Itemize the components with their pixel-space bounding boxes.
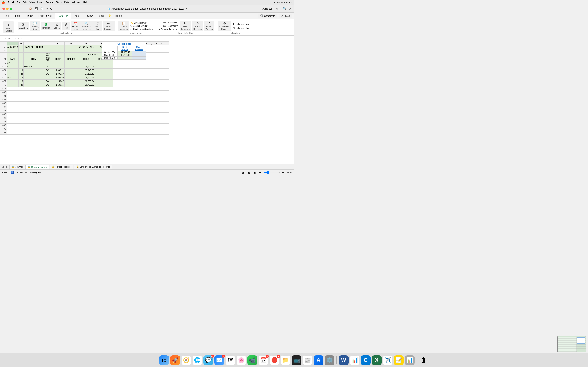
menu-edit[interactable]: Edit — [23, 1, 27, 4]
redo-icon[interactable]: ↻ — [50, 7, 53, 11]
cell-F469[interactable] — [65, 49, 78, 53]
menu-insert[interactable]: Insert — [37, 1, 43, 4]
cell-F474[interactable] — [65, 68, 78, 72]
cell-D469[interactable] — [44, 49, 51, 53]
logical-button[interactable]: ⚖ Logical — [52, 22, 61, 30]
col-header-B[interactable]: B — [18, 42, 24, 45]
zoom-slider[interactable] — [263, 171, 280, 174]
calculate-sheet-item[interactable]: ◻ Calculate Sheet — [232, 26, 251, 30]
cell-D470[interactable]: POST.REF. — [44, 53, 51, 57]
tab-review[interactable]: Review — [82, 13, 95, 19]
autosum-button[interactable]: Σ AutoSum — [18, 22, 29, 30]
math-trig-button[interactable]: ∑ Math &Trig — [93, 21, 103, 31]
tab-employees-earnings[interactable]: 🔒 Employees' Earnings Records — [74, 165, 112, 169]
cell-D471[interactable]: POST.REF. — [44, 57, 51, 61]
tab-insert[interactable]: Insert — [12, 13, 24, 19]
tab-data[interactable]: Data — [71, 13, 82, 19]
col-header-T[interactable]: T — [164, 42, 169, 45]
cell-H474[interactable] — [95, 68, 108, 72]
apple-menu[interactable]: 🍎 — [2, 1, 5, 4]
cell-F471[interactable]: CREDIT — [65, 57, 78, 61]
cp-debit-1[interactable]: 17,138.47 — [117, 51, 132, 54]
tab-draw[interactable]: Draw — [24, 13, 35, 19]
cell-H473[interactable] — [95, 65, 108, 68]
col-header-F[interactable]: F — [65, 42, 78, 45]
cell-F477[interactable] — [65, 80, 78, 83]
cell-G471[interactable]: DEBIT — [78, 57, 95, 61]
col-header-S[interactable]: S — [159, 42, 164, 45]
cell-H472[interactable] — [95, 61, 108, 65]
cell-C477[interactable] — [24, 80, 44, 83]
maximize-button[interactable] — [10, 8, 12, 10]
cp-debit-3[interactable] — [117, 57, 132, 59]
autosave-state[interactable]: ● OFF — [274, 8, 281, 10]
menu-tools[interactable]: Tools — [56, 1, 62, 4]
cell-E470[interactable] — [51, 53, 65, 57]
cell-D476[interactable]: J43 — [44, 76, 51, 80]
menu-format[interactable]: Format — [46, 1, 53, 4]
cell-D472[interactable] — [44, 61, 51, 65]
page-layout-view-button[interactable]: ⊟ — [247, 170, 251, 175]
insert-function-formula-icon[interactable]: fx — [20, 37, 23, 40]
cell-E471[interactable]: DEBIT — [51, 57, 65, 61]
cell-I477[interactable] — [108, 80, 113, 83]
calculation-options-button[interactable]: ⚙ CalculationOptions — [218, 21, 231, 31]
cell-B478[interactable]: 20 — [18, 83, 24, 87]
remove-arrows-item[interactable]: ✕ Remove Arrows ▾ — [157, 28, 179, 31]
cell-G469[interactable] — [78, 49, 95, 53]
cell-A470[interactable] — [7, 53, 18, 57]
cell-C473[interactable]: Balance — [24, 65, 44, 68]
trace-dependents-item[interactable]: → Trace Dependents — [157, 25, 179, 27]
cell-B476[interactable]: 6 — [18, 76, 24, 80]
home-icon[interactable]: 🏠 — [29, 7, 33, 11]
date-time-button[interactable]: 📅 Date &Time — [71, 21, 80, 31]
cell-G477[interactable]: 18,659.84 — [78, 80, 95, 83]
cell-F468[interactable] — [65, 45, 78, 49]
cell-A473[interactable]: Oct. — [7, 65, 18, 68]
cell-reference-input[interactable]: A331 — [1, 37, 13, 40]
cell-A471[interactable]: DATE — [7, 57, 18, 61]
name-manager-button[interactable]: 📋 NameManager — [118, 21, 129, 31]
cell-D477[interactable]: J44 — [44, 80, 51, 83]
cp-credit-3[interactable] — [132, 57, 146, 59]
cell-E472[interactable] — [51, 61, 65, 65]
menu-file[interactable]: File — [16, 1, 20, 4]
cp-credit-2[interactable] — [132, 54, 146, 57]
cell-B473[interactable]: 1 — [18, 65, 24, 68]
lookup-reference-button[interactable]: 🔍 Lookup &Reference — [80, 21, 93, 31]
cell-B477[interactable]: 13 — [18, 80, 24, 83]
sheet-tab-next[interactable]: ▶ — [5, 165, 9, 168]
tab-view[interactable]: View — [95, 13, 107, 19]
more-functions-button[interactable]: ⋯ MoreFunctions — [103, 21, 114, 31]
cell-E478[interactable]: 1,139.16 — [51, 83, 65, 87]
error-checking-button[interactable]: ⚠ ErrorChecking — [192, 21, 203, 31]
cell-A472[interactable]: 20– — [7, 61, 18, 65]
close-button[interactable] — [2, 8, 5, 10]
accessibility-status[interactable]: Accessibility: Investigate — [16, 171, 41, 174]
cell-D478[interactable]: J45 — [44, 83, 51, 87]
tab-journal[interactable]: 🔒 Journal — [9, 165, 25, 169]
create-from-selection-item[interactable]: ◻ Create from Selection — [130, 28, 154, 30]
cell-E476[interactable]: 1,362.30 — [51, 76, 65, 80]
cell-G478[interactable]: 19,799.00 — [78, 83, 95, 87]
cell-B472[interactable] — [18, 61, 24, 65]
cell-F478[interactable] — [65, 83, 78, 87]
cell-E469[interactable] — [51, 49, 65, 53]
more-icon[interactable]: ••• — [54, 7, 58, 11]
cell-I472[interactable] — [108, 61, 113, 65]
financial-button[interactable]: 💲 Financial — [41, 22, 52, 30]
col-header-C[interactable]: C — [24, 42, 44, 45]
cell-G468[interactable]: ACCOUNT NO. — [78, 45, 95, 49]
cell-I475[interactable] — [108, 72, 113, 76]
menu-view[interactable]: View — [29, 1, 35, 4]
menu-help[interactable]: Help — [83, 1, 88, 4]
cell-G475[interactable]: 17,138.47 — [78, 72, 95, 76]
cell-A469[interactable] — [7, 49, 18, 53]
cell-F476[interactable] — [65, 76, 78, 80]
insert-function-button[interactable]: f InsertFunction — [3, 21, 14, 33]
add-sheet-button[interactable]: + — [112, 165, 117, 169]
cell-D473[interactable]: ✓ — [44, 65, 51, 68]
cell-C475[interactable] — [24, 72, 44, 76]
save-icon[interactable]: 💾 — [34, 7, 38, 11]
cell-E468[interactable] — [51, 45, 65, 49]
